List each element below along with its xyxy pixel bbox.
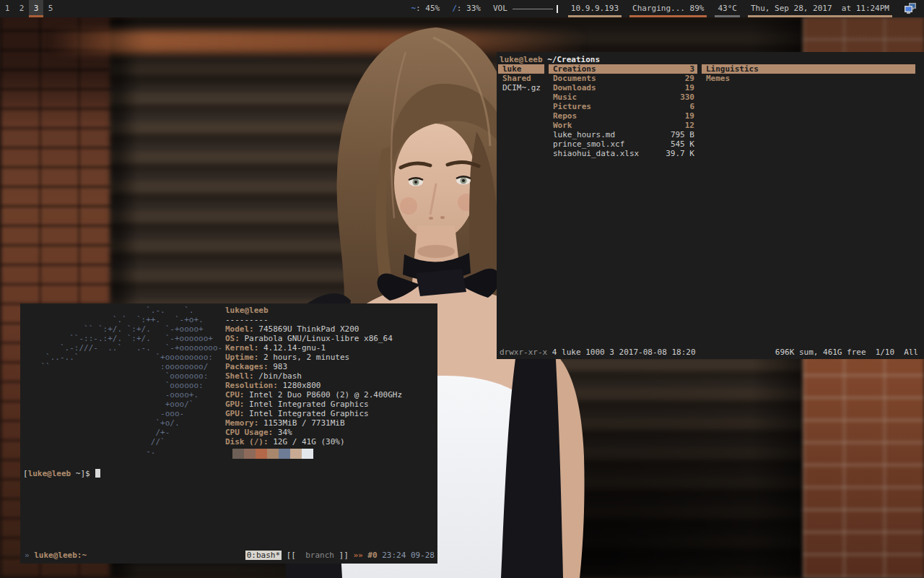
ranger-preview-column: Linguistics Memes <box>702 64 915 348</box>
field-value: 745869U ThinkPad X200 <box>254 324 359 334</box>
workspace-2[interactable]: 2 <box>14 0 29 17</box>
fetch-user-host: luke@leeb <box>225 306 436 315</box>
root-usage-value: : 33% <box>457 0 481 17</box>
battery-text: Charging... 89% <box>632 4 704 13</box>
entry-name: prince_smol.xcf <box>553 139 624 149</box>
entry-luke-hours[interactable]: luke_hours.md795 B <box>549 130 697 139</box>
git-branch-label: branch <box>305 551 334 560</box>
ranger-path: ~/ <box>547 55 557 64</box>
battery-underline <box>629 15 707 17</box>
parent-item-luke[interactable]: luke <box>498 64 544 74</box>
tmux-chevrons: »» <box>353 551 362 560</box>
volume-slider-track[interactable] <box>513 9 553 9</box>
tmux-pane-index: #0 <box>363 551 383 560</box>
fetch-field-resolution: Resolution: 924x578 <box>225 381 436 390</box>
fetch-field-memory: Memory: 1153MiB / 7731MiB <box>225 418 436 428</box>
ranger-titlebar: luke@leeb ~/Creations <box>498 55 923 64</box>
ranger-current-dir: Creations <box>557 55 600 64</box>
entry-documents[interactable]: Documents29 <box>549 74 697 83</box>
active-workspace-underline <box>29 15 43 17</box>
file-meta: 4 luke 1000 3 2017-08-08 18:20 <box>547 348 695 357</box>
network-computers-icon[interactable] <box>904 2 917 15</box>
palette-swatch <box>290 449 302 459</box>
workspace-1[interactable]: 1 <box>0 0 14 17</box>
prompt-bracket: [ <box>23 469 28 478</box>
prompt-suffix: ~]$ <box>71 469 95 478</box>
ip-address: 10.9.9.193 <box>571 4 619 13</box>
entry-name: luke_hours.md <box>553 130 615 139</box>
tmux-bracket-close: ]] <box>334 551 354 560</box>
network-ip: 10.9.9.193 <box>570 0 619 17</box>
field-value: 34% <box>273 428 292 437</box>
field-value: Intel Integrated Graphics <box>245 409 369 418</box>
entry-name: Work <box>553 121 572 130</box>
entry-size: 19 <box>685 83 694 92</box>
terminal-color-palette <box>232 449 436 459</box>
ranger-main-column: Creations3 Documents29 Downloads19 Music… <box>549 64 697 348</box>
field-value: /bin/bash <box>254 371 302 381</box>
clock: Thu, Sep 28, 2017 at 11:24PM <box>750 0 890 17</box>
item-name: DCIM~.gz <box>502 83 541 92</box>
entry-downloads[interactable]: Downloads19 <box>549 83 697 92</box>
preview-item-memes[interactable]: Memes <box>702 74 915 83</box>
temperature-text: 43°C <box>718 4 737 13</box>
fetch-field-model: Model: 745869U ThinkPad X200 <box>225 324 436 334</box>
statusbar-modules: ~: 45% /: 33% VOL 10.9.9.193 Charging...… <box>411 0 924 17</box>
workspace-switcher: 1 2 3 5 <box>0 0 58 17</box>
tmux-session-name: luke@leeb:~ <box>30 551 87 560</box>
system-info: luke@leeb --------- Model: 745869U Think… <box>225 306 436 459</box>
item-name: Linguistics <box>706 64 759 74</box>
entry-music[interactable]: Music330 <box>549 92 697 102</box>
text-cursor[interactable] <box>95 469 100 478</box>
field-label: CPU: <box>225 390 245 400</box>
tmux-bracket-open: [[ <box>282 551 305 560</box>
entry-repos[interactable]: Repos19 <box>549 111 697 121</box>
tmux-clock: 23:24 09-28 <box>382 551 435 560</box>
parent-item-dcim[interactable]: DCIM~.gz <box>498 83 544 92</box>
field-label: GPU: <box>225 409 245 418</box>
desktop: 1 2 3 5 ~: 45% /: 33% VOL 10.9.9.193 Cha… <box>0 0 924 578</box>
filter-indicator: All <box>904 348 918 357</box>
battery-status: Charging... 89% <box>632 0 705 17</box>
field-value: 983 <box>269 362 288 371</box>
parabola-ascii-logo: `.-. `. `.` `:++. `-+o+. `` `:+/. `:+/. … <box>22 306 225 459</box>
workspace-3-active[interactable]: 3 <box>29 0 43 17</box>
entry-pictures[interactable]: Pictures6 <box>549 102 697 111</box>
field-label: CPU Usage: <box>225 428 273 437</box>
fetch-field-gpu2: GPU: Intel Integrated Graphics <box>225 409 436 418</box>
field-label: OS: <box>225 334 240 343</box>
item-name: Shared <box>502 74 531 83</box>
fetch-field-shell: Shell: /bin/bash <box>225 371 436 381</box>
entry-name: Downloads <box>553 83 596 92</box>
palette-swatch <box>302 449 313 459</box>
volume-control[interactable]: VOL <box>493 0 558 17</box>
entry-name: Pictures <box>553 102 591 111</box>
network-underline <box>568 15 622 17</box>
parent-item-shared[interactable]: Shared <box>498 74 544 83</box>
entry-name: Music <box>553 92 577 102</box>
field-label: Kernel: <box>225 343 258 353</box>
workspace-label: 3 <box>34 4 39 13</box>
tmux-right-section: 0:bash* [[ branch ]] »» #0 23:24 09-28 <box>245 551 435 560</box>
home-icon: ~ <box>411 0 416 17</box>
volume-slider-knob[interactable] <box>557 5 558 13</box>
entry-name: Repos <box>553 111 577 121</box>
entry-creations[interactable]: Creations3 <box>549 64 697 74</box>
field-value: Intel Integrated Graphics <box>245 400 369 409</box>
shell-prompt[interactable]: [luke@leeb ~]$ <box>22 469 436 478</box>
entry-work[interactable]: Work12 <box>549 121 697 130</box>
tmux-statusbar: » luke@leeb:~ 0:bash* [[ branch ]] »» #0… <box>22 551 436 562</box>
entry-prince-smol[interactable]: prince_smol.xcf545 K <box>549 139 697 149</box>
ranger-user-host: luke@leeb <box>500 55 543 64</box>
entry-shiaohui-data[interactable]: shiaohui_data.xlsx39.7 K <box>549 149 697 158</box>
fetch-field-kernel: Kernel: 4.12.14-gnu-1 <box>225 343 436 353</box>
palette-swatch <box>256 449 267 459</box>
tmux-active-window[interactable]: 0:bash* <box>245 551 282 560</box>
root-disk-usage: /: 33% <box>452 0 481 17</box>
preview-item-linguistics[interactable]: Linguistics <box>702 64 915 74</box>
fetch-field-packages: Packages: 983 <box>225 362 436 371</box>
workspace-5[interactable]: 5 <box>43 0 58 17</box>
entry-size: 29 <box>685 74 694 83</box>
fetch-field-uptime: Uptime: 2 hours, 2 minutes <box>225 353 436 362</box>
fetch-field-disk: Disk (/): 12G / 41G (30%) <box>225 437 436 447</box>
